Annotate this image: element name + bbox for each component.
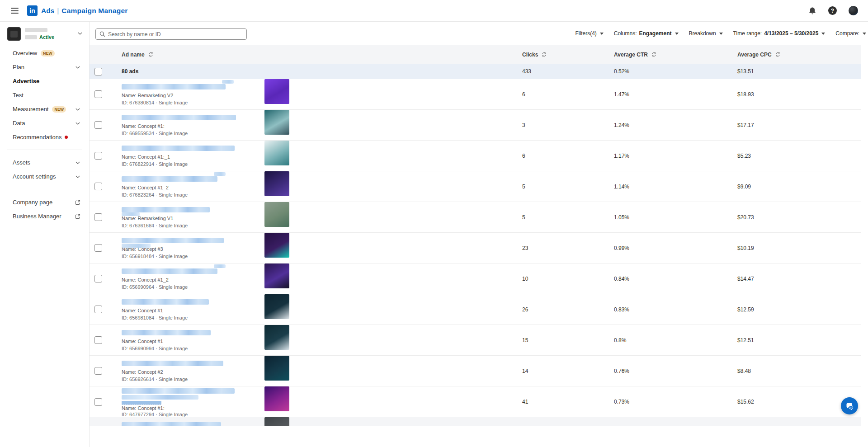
column-header-average-cpc[interactable]: Average CPC: [737, 52, 861, 58]
ad-thumbnail[interactable]: [264, 110, 289, 135]
caret-down-icon: [719, 33, 723, 35]
row-checkbox[interactable]: [94, 275, 102, 282]
time-range-dropdown[interactable]: Time range: 4/13/2025 – 5/30/2025: [733, 30, 826, 37]
table-row[interactable]: Name: Concept #1_2 ID: 656990964 · Singl…: [90, 263, 861, 294]
ad-name: Name: Concept #1: [122, 339, 264, 344]
linkedin-logo[interactable]: in: [27, 5, 38, 16]
row-checkbox[interactable]: [94, 152, 102, 160]
redacted-campaign-name: [122, 422, 221, 426]
sidebar-item-measurement[interactable]: MeasurementNEW: [0, 102, 89, 116]
search-box[interactable]: [95, 28, 247, 40]
ad-thumbnail[interactable]: [264, 356, 289, 381]
notifications-bell-icon[interactable]: [808, 7, 816, 15]
sidebar-item-company-page[interactable]: Company page: [0, 195, 89, 209]
sidebar-item-plan[interactable]: Plan: [0, 60, 89, 74]
sidebar-main-nav: OverviewNEWPlanAdvertiseTestMeasurementN…: [0, 46, 89, 144]
table-row[interactable]: Name: Concept #1:_1 ID: 676822914 · Sing…: [90, 141, 861, 171]
column-header-average-ctr[interactable]: Average CTR: [614, 52, 737, 58]
table-row[interactable]: Name: Concept #3 ID: 656918484 · Single …: [90, 233, 861, 263]
sidebar-item-label: Advertise: [13, 78, 39, 85]
ad-thumbnail[interactable]: [264, 141, 289, 165]
redacted-campaign-name: [122, 115, 236, 120]
sidebar-item-business-manager[interactable]: Business Manager: [0, 209, 89, 223]
table-row[interactable]: Name: Remarketing V1 ID: 676361684 · Sin…: [90, 202, 861, 233]
average-cpc-value: $18.93: [737, 91, 861, 98]
columns-dropdown[interactable]: Columns: Engagement: [614, 30, 679, 37]
ad-thumbnail[interactable]: [264, 233, 289, 258]
sidebar-item-account-settings[interactable]: Account settings: [0, 169, 89, 184]
table-row[interactable]: Name: Concept #1_2 ID: 676823264 · Singl…: [90, 171, 861, 202]
redacted-link[interactable]: [122, 401, 161, 405]
table-row[interactable]: Name: Concept #1 ID: 656990994 · Single …: [90, 325, 861, 356]
sidebar-item-recommendations[interactable]: Recommendations: [0, 130, 89, 144]
chatbot-button[interactable]: [841, 397, 858, 414]
ad-thumbnail[interactable]: [264, 263, 289, 288]
table-row[interactable]: Name: Concept #1 ID: 656981084 · Single …: [90, 294, 861, 325]
sort-icon[interactable]: [541, 52, 547, 57]
ad-thumbnail[interactable]: [264, 202, 289, 227]
table-row[interactable]: Name: Concept #1: ID: 669559534 · Single…: [90, 110, 861, 141]
clicks-value: 15: [522, 337, 614, 343]
title-separator: |: [57, 7, 59, 15]
column-header-ad-name[interactable]: Ad name: [122, 52, 264, 58]
redacted-campaign-name: [122, 84, 226, 89]
row-checkbox[interactable]: [94, 90, 102, 98]
sidebar-item-test[interactable]: Test: [0, 88, 89, 102]
sort-icon[interactable]: [775, 52, 781, 57]
clicks-value: 5: [522, 214, 614, 221]
hamburger-menu-icon[interactable]: [11, 8, 19, 14]
table-row[interactable]: Name: Remarketing V2 ID: 676380814 · Sin…: [90, 79, 861, 110]
chat-bubbles-icon: [845, 401, 854, 411]
external-link-icon: [75, 200, 80, 205]
ad-thumbnail[interactable]: [264, 294, 289, 319]
time-range-value: 4/13/2025 – 5/30/2025: [764, 30, 818, 37]
table-row[interactable]: Name: Concept #2 ID: 656926614 · Single …: [90, 356, 861, 386]
sidebar-item-data[interactable]: Data: [0, 116, 89, 130]
row-checkbox[interactable]: [94, 306, 102, 313]
profile-avatar[interactable]: [849, 6, 858, 15]
sort-icon[interactable]: [651, 52, 657, 57]
ad-thumbnail[interactable]: [264, 386, 289, 411]
compare-dropdown[interactable]: Compare:: [835, 30, 866, 37]
column-header-clicks[interactable]: Clicks: [522, 52, 614, 58]
row-checkbox[interactable]: [94, 121, 102, 129]
redacted-campaign-name: [122, 388, 235, 394]
filters-dropdown[interactable]: Filters(4): [576, 30, 604, 37]
table-row[interactable]: [90, 417, 861, 426]
ad-thumbnail[interactable]: [264, 171, 289, 196]
search-input[interactable]: [108, 31, 243, 38]
row-checkbox[interactable]: [94, 336, 102, 344]
average-ctr-value: 0.76%: [614, 368, 737, 374]
help-icon[interactable]: ?: [828, 6, 837, 15]
row-checkbox[interactable]: [94, 398, 102, 406]
sidebar-item-assets[interactable]: Assets: [0, 155, 89, 169]
ad-thumbnail[interactable]: [264, 417, 289, 426]
account-selector[interactable]: Active: [7, 27, 83, 41]
average-cpc-value: $5.23: [737, 153, 861, 159]
sidebar-item-overview[interactable]: OverviewNEW: [0, 46, 89, 60]
filters-bar: Filters(4) Columns: Engagement Breakdown…: [576, 22, 867, 45]
sidebar-item-advertise[interactable]: Advertise: [0, 74, 89, 88]
ad-name: Name: Concept #2: [122, 369, 264, 375]
caret-down-icon: [675, 33, 679, 35]
average-cpc-value: $20.73: [737, 214, 861, 221]
breakdown-dropdown[interactable]: Breakdown: [689, 30, 723, 37]
select-all-checkbox[interactable]: [94, 68, 102, 75]
ad-thumbnail[interactable]: [264, 325, 289, 350]
ad-name: Name: Concept #1:: [122, 123, 264, 129]
table-row[interactable]: Name: Concept #1: ID: 647977294 · Single…: [90, 386, 861, 417]
caret-down-icon: [821, 33, 825, 35]
columns-value: Engagement: [639, 30, 672, 37]
chevron-down-icon: [75, 174, 80, 179]
row-checkbox[interactable]: [94, 213, 102, 221]
row-checkbox[interactable]: [94, 367, 102, 375]
sort-icon[interactable]: [148, 52, 154, 57]
toolbar: Filters(4) Columns: Engagement Breakdown…: [90, 22, 868, 45]
row-checkbox[interactable]: [94, 244, 102, 252]
external-link-icon: [75, 214, 80, 219]
sidebar-item-label: Account settings: [13, 173, 56, 180]
sidebar-item-label: Data: [13, 120, 25, 127]
ad-thumbnail[interactable]: [264, 79, 289, 104]
row-checkbox[interactable]: [94, 183, 102, 190]
chevron-down-icon: [75, 107, 80, 112]
